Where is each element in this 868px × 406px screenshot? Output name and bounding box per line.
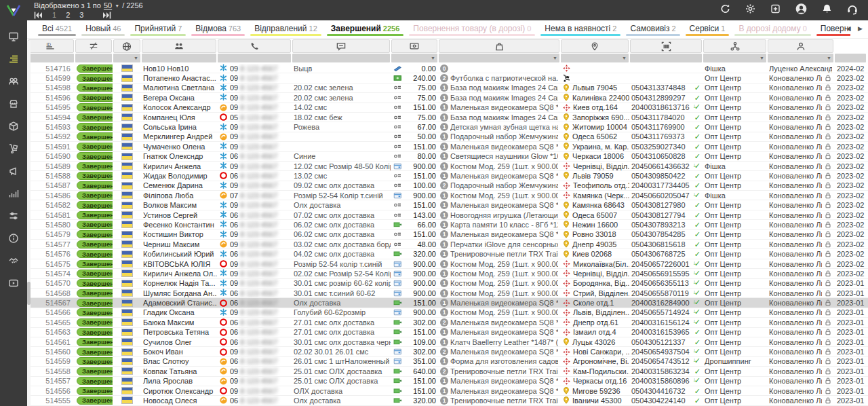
cell-client-name[interactable]: Корнелюк Надія Та... (141, 279, 217, 288)
cell-phone[interactable]: 078 123 4567 (217, 191, 292, 200)
filter-products[interactable]: ▼ (439, 54, 559, 62)
cell-status[interactable]: Завершений (75, 200, 113, 209)
filter-date[interactable] (835, 54, 866, 62)
filter-source[interactable]: ▼ (703, 54, 766, 62)
cell-phone[interactable]: 098 123 4567 (217, 240, 292, 248)
cell-ttn[interactable]: 20400315860896↓✓ (629, 377, 703, 386)
cell-client-name[interactable]: Кирилич Анжела (141, 162, 217, 170)
cell-comment[interactable]: 25.01 смс ОЛХ доставка (292, 377, 391, 386)
page-number-3[interactable]: 3 (79, 11, 83, 19)
column-header-status[interactable] (75, 39, 112, 53)
cell-phone[interactable]: 068 123 4567 (217, 220, 292, 229)
gear-icon[interactable] (745, 3, 756, 14)
cell-phone[interactable]: 098 123 4567 (217, 103, 292, 112)
cell-client-name[interactable]: Волков Максим (141, 200, 217, 209)
cell-client-name[interactable]: Кобилинський Юрий (141, 249, 217, 258)
brand-triangle-logo[interactable] (0, 0, 27, 20)
cell-client-name[interactable]: Гнатюк Олексндр (141, 152, 217, 161)
cell-status[interactable]: Завершений (75, 298, 113, 307)
cell-client-name[interactable]: Лила Ярослав (141, 377, 217, 386)
table-row[interactable]: 514555ЗавершенийНовосад Олеся068 123 456… (27, 396, 868, 405)
cell-phone[interactable]: 098 123 4567 (217, 259, 292, 268)
cell-status[interactable]: Завершений (75, 152, 113, 161)
table-row[interactable]: 514567ЗавершенийАдамовский Станис...068 … (27, 298, 868, 308)
cell-ttn[interactable]: 20450661436632↓✓ (629, 162, 703, 170)
cell-ttn[interactable]: 0504311784020✓ (629, 113, 703, 122)
cell-comment[interactable]: 07.02 смс олх доставка (292, 210, 391, 219)
cell-client-name[interactable]: Кирилич Анжела Ол... (141, 269, 217, 278)
filter-delivery[interactable]: ▼ (561, 54, 629, 62)
table-row[interactable]: 514559ЗавершенийВлас Слотюу068 123 45672… (27, 357, 868, 367)
cell-phone[interactable]: 068 123 4567 (217, 337, 292, 346)
cell-products[interactable]: 2Маленькая видеокамера SQ8 *... (438, 318, 560, 327)
cell-status[interactable]: Завершений (75, 171, 113, 180)
table-row[interactable]: 514574ЗавершенийКирилич Анжела Ол...098 … (27, 269, 868, 278)
cell-products[interactable]: 2Маленькая видеокамера SQ8 *... (438, 347, 560, 356)
cell-phone[interactable]: 098 123 4567 (217, 93, 292, 102)
cell-ttn[interactable]: 0504313374848✓ (629, 84, 703, 92)
cell-status[interactable]: Завершений (75, 357, 113, 366)
cell-status[interactable]: Завершений (75, 396, 113, 405)
support-icon[interactable] (846, 3, 859, 15)
cell-comment[interactable]: Олх доставка (292, 200, 391, 209)
cell-comment[interactable]: Олх доставка (292, 396, 391, 405)
refresh-icon[interactable] (719, 3, 731, 14)
filter-id[interactable] (28, 54, 74, 62)
cell-ttn[interactable]: 0504311769373✓ (629, 132, 703, 141)
cell-phone[interactable]: 098 123 4567 (217, 230, 292, 239)
cell-client-name[interactable]: Бокоч Иван (141, 347, 217, 356)
cell-status[interactable]: Завершений (75, 220, 113, 229)
cell-ttn[interactable]: 0504306768725✓ (629, 249, 703, 258)
cell-status[interactable]: Завершений (75, 249, 113, 258)
cell-ttn[interactable]: 20450654743512↓✓ (629, 357, 703, 366)
tab-1[interactable]: Новый46 (79, 20, 127, 38)
cell-comment[interactable]: 13.02 смс (292, 171, 391, 180)
cell-ttn[interactable]: 0504304224140✓ (629, 396, 703, 405)
cell-comment[interactable]: Рожева (292, 122, 391, 131)
cell-comment[interactable]: 12.02 смс Розмір 48-50 Колір ... (292, 162, 391, 170)
sidebar-item-marketing-icon[interactable] (5, 164, 22, 178)
table-row[interactable]: 514593ЗавершенийСольська Ірина098 123 45… (27, 122, 868, 132)
tab-2[interactable]: Прийнятий7 (127, 20, 189, 38)
cell-client-name[interactable]: Устинов Сергей (141, 210, 217, 219)
column-header-phone[interactable] (218, 39, 291, 53)
filter-manager[interactable]: ▼ (768, 54, 833, 62)
cell-status[interactable]: Завершений (75, 230, 113, 239)
cell-status[interactable]: Завершений (75, 191, 113, 200)
cell-status[interactable]: Завершений (75, 289, 113, 297)
cell-status[interactable]: Завершений (75, 103, 113, 112)
cell-comment[interactable] (292, 142, 391, 151)
cell-client-name[interactable]: Потапенко Анастас... (141, 73, 217, 82)
cell-products[interactable]: 1Маленькая видеокамера SQ8 *... (438, 171, 560, 180)
cell-ttn[interactable]: 0504307854285✓ (629, 230, 703, 239)
tab-5[interactable]: Завершений2256 (324, 20, 407, 38)
cell-products[interactable]: 1Костюм Мод. 259 (1шт. x 900.00... (438, 162, 560, 170)
cell-client-name[interactable]: Фесенко Константин (141, 220, 217, 229)
cell-client-name[interactable]: Сучилов Олег (141, 337, 217, 346)
sidebar-item-purchases-icon[interactable] (5, 142, 22, 155)
cell-status[interactable]: Завершений (75, 328, 113, 337)
table-row[interactable]: 514588ЗавершенийЖидак Володимир068 123 4… (27, 171, 868, 181)
table-row[interactable]: 514575ЗавершенийКВІТОВСЬКА ЮЛІЯ098 123 4… (27, 259, 868, 269)
table-row[interactable]: 514598ЗавершенийМалютина Светлана098 123… (27, 84, 868, 93)
tab-6[interactable]: Повернення товару (в дорозі)0 (406, 20, 538, 38)
table-row[interactable]: 514580ЗавершенийФесенко Константин068 12… (27, 220, 868, 229)
cell-comment[interactable]: Розмір 52-54 колір т.синій (292, 259, 391, 268)
table-row[interactable]: 514558ЗавершенийКовпак Татьяна098 123 45… (27, 367, 868, 376)
cell-products[interactable]: 1Перчатки iGlove для сенсорных ... (438, 240, 560, 248)
tab-10[interactable]: В дорозі додому0 (732, 20, 813, 38)
cell-products[interactable]: 1Клатч Baellerry Leather *1487* (1... (438, 337, 560, 346)
cell-client-name[interactable]: Ковпак Татьяна (141, 367, 217, 375)
page-number-1[interactable]: 1 (52, 11, 56, 19)
cell-comment[interactable]: 02.02 30.01 26.01 смс (292, 347, 391, 356)
table-row[interactable]: 514595ЗавершенийКолосок Александр098 123… (27, 103, 868, 113)
cell-phone[interactable]: 098 123 4567 (217, 142, 292, 151)
table-row[interactable]: 514560ЗавершенийБокоч Иван098 123 456702… (27, 347, 868, 356)
cell-comment[interactable]: 20.02 смс зелена (292, 84, 391, 92)
cell-status[interactable]: Завершений (75, 73, 113, 82)
table-row[interactable]: 514596ЗавершенийВегера Оксана098 123 456… (27, 93, 868, 103)
column-header-source[interactable] (703, 39, 766, 53)
cell-client-name[interactable]: Чумаченко Олена (141, 142, 217, 151)
cell-comment[interactable]: 18.02 смс беж (292, 113, 391, 122)
cell-ttn[interactable]: 20450656355113↓✓ (629, 279, 703, 288)
